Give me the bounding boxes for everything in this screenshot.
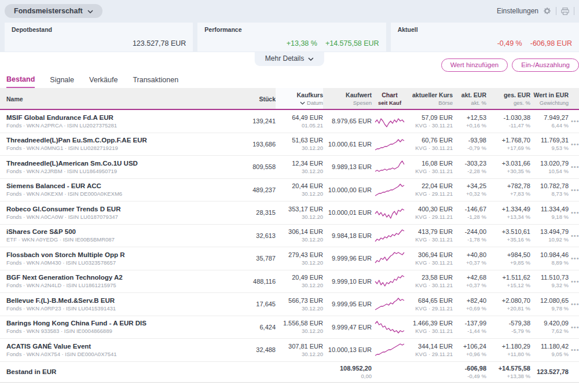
fund-info: Fonds · WKN A0CA0W · ISIN LU0187079347 bbox=[6, 214, 220, 220]
column-header-chart[interactable]: Chartseit Kauf bbox=[372, 88, 408, 109]
name-cell: Flossbach von Storch Multiple Opp RFonds… bbox=[0, 251, 220, 266]
row-menu-icon[interactable]: ••• bbox=[569, 209, 579, 216]
wert-hinzufuegen-button[interactable]: Wert hinzufügen bbox=[441, 58, 508, 72]
tab-transaktionen[interactable]: Transaktionen bbox=[133, 74, 178, 88]
printer-icon[interactable] bbox=[561, 8, 569, 15]
tab-bestand[interactable]: Bestand bbox=[6, 74, 35, 88]
fund-info: Fonds · WKN A0MNG1 · ISIN LU0282719219 bbox=[6, 145, 220, 151]
mehr-details-button[interactable]: Mehr Details bbox=[255, 52, 324, 66]
akt-pct-value: +0,37 % bbox=[453, 259, 486, 266]
row-menu-icon[interactable]: ••• bbox=[569, 346, 579, 353]
ges-pct-value: +20,81 % bbox=[486, 305, 530, 312]
row-menu-icon[interactable]: ••• bbox=[569, 255, 579, 262]
stueck-cell: 488,116 bbox=[220, 278, 276, 285]
akt-pct-value: +0,37 % bbox=[453, 282, 486, 288]
kaufkurs-cell: 20,49 EUR30.12.20 bbox=[276, 274, 323, 288]
table-row[interactable]: Threadneedle(L)American Sm.Co.1U USDFond… bbox=[0, 156, 579, 179]
fund-name[interactable]: Bellevue F.(L)-B.Med.&Serv.B EUR bbox=[6, 297, 220, 304]
fund-name[interactable]: Siemens Balanced - EUR ACC bbox=[6, 182, 220, 189]
fund-info: Fonds · WKN A0X754 · ISIN DE000A0X7541 bbox=[6, 351, 220, 357]
ges-eur-cell: -1.030,38-11,47 % bbox=[486, 114, 530, 129]
akt-pct-value: -1,44 % bbox=[453, 328, 486, 334]
fund-name[interactable]: iShares Core S&P 500 bbox=[6, 228, 220, 235]
ges-pct-value: +15,12 % bbox=[486, 282, 530, 288]
row-menu-icon[interactable]: ••• bbox=[569, 324, 579, 331]
fund-name[interactable]: ACATIS GANÉ Value Event bbox=[6, 343, 220, 350]
wert-value: 7.949,27 bbox=[530, 114, 569, 121]
boerse-value: KVG · 30.11.21 bbox=[408, 122, 453, 129]
kaufwert-value: 10.000,13 EUR bbox=[323, 346, 372, 353]
kaufdatum-value: 30.12.20 bbox=[276, 282, 323, 288]
column-header-ges-eur[interactable]: ges. EURges. % bbox=[486, 88, 530, 109]
fund-name[interactable]: Robeco Gl.Consumer Trends D EUR bbox=[6, 206, 220, 213]
table-row[interactable]: Robeco Gl.Consumer Trends D EURFonds · W… bbox=[0, 202, 579, 225]
ges-eur-cell: +3.510,61+35,16 % bbox=[486, 228, 530, 243]
sparkline-chart bbox=[375, 251, 405, 266]
kaufkurs-value: 279,43 EUR bbox=[276, 251, 323, 258]
column-header-kaufkurs[interactable]: KaufkursDatum bbox=[276, 88, 323, 109]
name-cell: Barings Hong Kong China Fund - A EUR DIS… bbox=[0, 320, 220, 334]
settings-label[interactable]: Einstellungen bbox=[497, 7, 538, 15]
column-header-st-ck[interactable]: Stück bbox=[220, 92, 276, 105]
tab-verkäufe[interactable]: Verkäufe bbox=[89, 74, 118, 88]
boerse-value: KVG · 30.11.21 bbox=[408, 282, 453, 288]
row-menu-icon[interactable]: ••• bbox=[569, 141, 579, 148]
row-menu-icon[interactable]: ••• bbox=[569, 118, 579, 124]
fund-name[interactable]: BGF Next Generation Technology A2 bbox=[6, 274, 220, 281]
table-row[interactable]: iShares Core S&P 500ETF · WKN A0YEDG · I… bbox=[0, 225, 579, 248]
table-row[interactable]: Flossbach von Storch Multiple Opp RFonds… bbox=[0, 247, 579, 270]
chart-cell bbox=[372, 296, 408, 312]
kaufkurs-cell: 307,81 EUR30.12.20 bbox=[276, 343, 323, 357]
table-row[interactable]: BGF Next Generation Technology A2Fonds ·… bbox=[0, 270, 579, 294]
aktuell-percent: -0,49 % bbox=[497, 39, 522, 47]
table-row[interactable]: Barings Hong Kong China Fund - A EUR DIS… bbox=[0, 316, 579, 339]
kaufwert-value: 9.984,18 EUR bbox=[323, 232, 372, 239]
fund-name[interactable]: MSIF Global Endurance Fd.A EUR bbox=[6, 114, 220, 121]
row-menu-icon[interactable]: ••• bbox=[569, 186, 579, 193]
fund-info: Fonds · WKN A0RP23 · ISIN LU0415391431 bbox=[6, 305, 220, 312]
table-row[interactable]: MSIF Global Endurance Fd.A EURFonds · WK… bbox=[0, 110, 579, 133]
table-row[interactable]: ACATIS GANÉ Value EventFonds · WKN A0X75… bbox=[0, 339, 579, 362]
kaufwert-cell: 10.000,13 EUR bbox=[323, 346, 372, 353]
row-menu-icon[interactable]: ••• bbox=[569, 278, 579, 285]
chart-cell bbox=[372, 137, 408, 152]
row-menu-icon[interactable]: ••• bbox=[569, 232, 579, 239]
gear-icon[interactable] bbox=[543, 7, 551, 15]
fund-name[interactable]: Flossbach von Storch Multiple Opp R bbox=[6, 251, 220, 258]
ges-eur-value: +1.768,70 bbox=[486, 137, 530, 144]
stueck-cell: 28,315 bbox=[220, 209, 276, 216]
fund-name[interactable]: Threadneedle(L)Pan Eu.Sm.C.Opp.F.AE EUR bbox=[6, 137, 220, 144]
footer-akt-eur-cell: -606,98-0,49 % bbox=[453, 365, 486, 379]
stueck-value: 193,686 bbox=[220, 141, 276, 148]
name-cell: ACATIS GANÉ Value EventFonds · WKN A0X75… bbox=[0, 343, 220, 357]
column-header-kaufwert[interactable]: KaufwertSpesen bbox=[323, 88, 372, 109]
table-row[interactable]: Siemens Balanced - EUR ACCFonds · WKN A0… bbox=[0, 179, 579, 202]
column-header-name[interactable]: Name bbox=[0, 92, 220, 105]
column-header-akt-eur[interactable]: akt. EURakt. % bbox=[453, 88, 486, 109]
aktuell-value: -606,98 EUR bbox=[530, 39, 572, 47]
kaufkurs-value: 20,44 EUR bbox=[276, 182, 323, 189]
aktueller-kurs-cell: 60,76 EURKVG · 30.11.21 bbox=[408, 137, 453, 151]
tab-signale[interactable]: Signale bbox=[50, 74, 74, 88]
footer-spesen-value: 0,00 bbox=[323, 373, 372, 379]
fund-name[interactable]: Threadneedle(L)American Sm.Co.1U USD bbox=[6, 160, 220, 167]
row-menu-icon[interactable]: ••• bbox=[569, 301, 579, 307]
column-header-aktueller-kurs[interactable]: aktueller KursBörse bbox=[408, 88, 453, 109]
table-row[interactable]: Threadneedle(L)Pan Eu.Sm.C.Opp.F.AE EURF… bbox=[0, 133, 579, 156]
ein-auszahlung-button[interactable]: Ein-/Auszahlung bbox=[512, 58, 579, 72]
portfolio-selector[interactable]: Fondsmeisterschaft bbox=[5, 4, 102, 18]
ges-eur-cell: +1.768,70+17,69 % bbox=[486, 137, 530, 151]
row-menu-icon[interactable]: ••• bbox=[569, 163, 579, 170]
akt-eur-value: -244,00 bbox=[453, 228, 486, 235]
akt-eur-cell: +42,68+0,37 % bbox=[453, 274, 486, 288]
footer-kaufwert-cell: 108.952,200,00 bbox=[323, 365, 372, 379]
akt-eur-value: +40,80 bbox=[453, 251, 486, 258]
wert-value: 10.984,46 bbox=[530, 251, 569, 258]
boerse-value: KVG · 29.11.21 bbox=[408, 190, 453, 197]
table-row[interactable]: Bellevue F.(L)-B.Med.&Serv.B EURFonds · … bbox=[0, 293, 579, 316]
column-header-wert-in-eur[interactable]: Wert in EURGewichtung bbox=[530, 88, 569, 109]
ges-pct-value: +11,80 % bbox=[486, 351, 530, 357]
aktueller-kurs-cell: 400,30 EURKVG · 29.11.21 bbox=[408, 206, 453, 220]
fund-name[interactable]: Barings Hong Kong China Fund - A EUR DIS bbox=[6, 320, 220, 327]
kaufwert-cell: 9.999,47 EUR bbox=[323, 324, 372, 331]
